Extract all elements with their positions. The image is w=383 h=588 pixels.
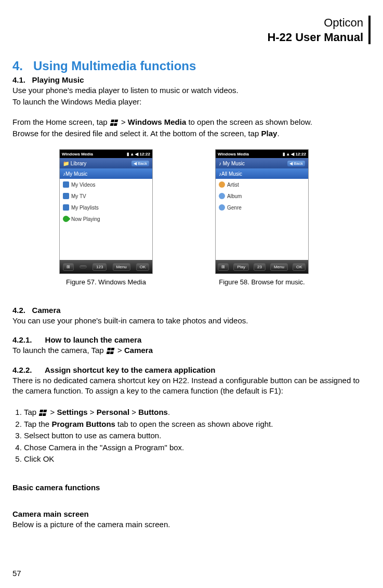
step-item: Selsect button to use as camera button.	[24, 430, 371, 442]
step-item: Click OK	[24, 453, 371, 465]
list-item: My Playlists	[60, 202, 152, 213]
header-title: H-22 User Manual	[12, 30, 363, 45]
paragraph: There is no dedicated camera shortcut ke…	[12, 375, 371, 397]
heading-basic-camera: Basic camera functions	[12, 483, 371, 492]
page-number: 57	[12, 569, 21, 578]
windows-start-icon	[110, 120, 118, 126]
section-title: Using Multimedia functions	[33, 59, 196, 73]
subsection-4-1: 4.1. Playing Music	[12, 75, 371, 84]
paragraph: From the Home screen, tap > Windows Medi…	[12, 117, 371, 127]
back-button: ◀ Back	[131, 161, 149, 166]
heading-camera-main: Camera main screen	[12, 509, 371, 518]
phone-screenshot: Windows Media ▮ ▲ ◀ 12:22 📁 Library ◀ Ba…	[59, 149, 153, 274]
subsection-4-2-2: 4.2.2. Assign shortcut key to the camera…	[12, 365, 371, 374]
list-item-selected: ♪ My Music	[60, 168, 152, 179]
section-heading: 4. Using Multimedia functions	[12, 59, 371, 73]
phone-screenshot: Windows Media ▮ ▲ ◀ 12:22 ♪ My Music ◀ B…	[215, 149, 309, 274]
list-item: My Videos	[60, 179, 152, 190]
start-button: ⊞	[63, 263, 74, 271]
steps-list: Tap > Settings > Personal > Buttons. Tap…	[12, 407, 371, 465]
step-item: Chose Camera in the "Assign a Program" b…	[24, 442, 371, 454]
figures-row: Windows Media ▮ ▲ ◀ 12:22 📁 Library ◀ Ba…	[54, 149, 371, 286]
paragraph: Browse for the desired file and select i…	[12, 128, 371, 139]
subsection-4-2: 4.2. Camera	[12, 306, 371, 315]
status-bar: Windows Media ▮ ▲ ◀ 12:22	[60, 150, 152, 158]
paragraph: You can use your phone's built-in camera…	[12, 316, 371, 326]
windows-start-icon	[107, 348, 115, 354]
paragraph: Use your phone's media player to listen …	[12, 85, 371, 96]
header-product: Opticon	[12, 16, 363, 30]
bottom-bar: ⊞ Play 23 Menu OK	[216, 260, 308, 273]
step-item: Tap the Program Buttons tab to open the …	[24, 419, 371, 430]
figure-58: Windows Media ▮ ▲ ◀ 12:22 ♪ My Music ◀ B…	[210, 149, 314, 286]
section-number: 4.	[12, 59, 23, 73]
start-button: ⊞	[218, 263, 229, 271]
status-bar: Windows Media ▮ ▲ ◀ 12:22	[216, 150, 308, 158]
paragraph: To launch the Windows Media player:	[12, 97, 371, 107]
title-bar: 📁 Library ◀ Back	[60, 158, 152, 168]
list-item-selected: ♪ All Music	[216, 168, 308, 179]
paragraph: To launch the camera, Tap > Camera	[12, 345, 371, 356]
subsection-4-2-1: 4.2.1. How to launch the camera	[12, 335, 371, 344]
paragraph: Below is a picture of the camera main sc…	[12, 519, 371, 530]
list-item: Genre	[216, 202, 308, 213]
bottom-bar: ⊞ 123 Menu OK	[60, 260, 152, 273]
back-button: ◀ Back	[287, 161, 305, 166]
document-header: Opticon H-22 User Manual	[12, 16, 371, 44]
page: Opticon H-22 User Manual 4. Using Multim…	[0, 0, 383, 588]
figure-57: Windows Media ▮ ▲ ◀ 12:22 📁 Library ◀ Ba…	[54, 149, 158, 286]
list-item: Artist	[216, 179, 308, 190]
figure-caption: Figure 58. Browse for music.	[210, 278, 314, 286]
list-item: Album	[216, 190, 308, 202]
title-bar: ♪ My Music ◀ Back	[216, 158, 308, 168]
list-item: Now Playing	[60, 213, 152, 225]
step-item: Tap > Settings > Personal > Buttons.	[24, 407, 371, 419]
windows-start-icon	[39, 410, 48, 416]
figure-caption: Figure 57. Windows Media	[54, 278, 158, 286]
list-item: My TV	[60, 190, 152, 202]
